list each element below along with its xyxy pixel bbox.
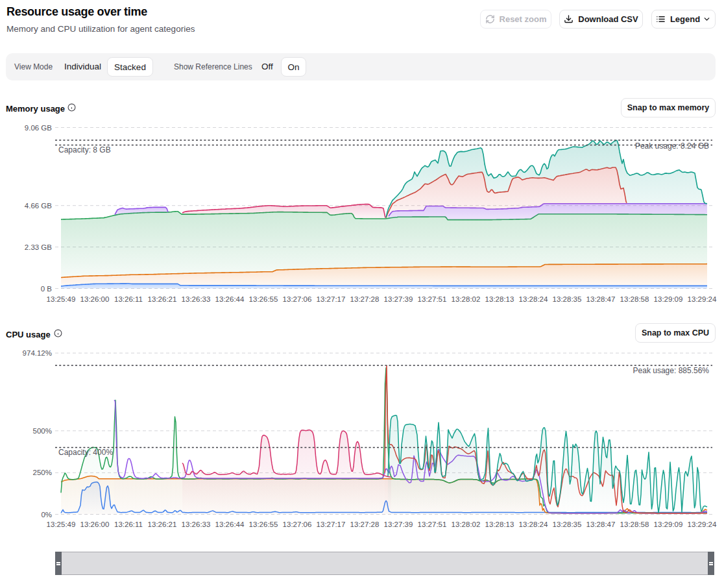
- svg-text:13:27:17: 13:27:17: [317, 521, 346, 528]
- svg-text:Capacity: 400%: Capacity: 400%: [58, 448, 113, 457]
- svg-text:13:26:00: 13:26:00: [80, 521, 110, 528]
- svg-text:13:26:33: 13:26:33: [182, 295, 211, 303]
- svg-text:13:25:49: 13:25:49: [47, 521, 76, 528]
- svg-text:13:26:00: 13:26:00: [80, 295, 110, 303]
- svg-text:13:27:39: 13:27:39: [384, 295, 413, 303]
- svg-text:13:27:51: 13:27:51: [418, 521, 447, 528]
- svg-text:13:27:06: 13:27:06: [283, 521, 312, 528]
- svg-text:13:27:39: 13:27:39: [384, 521, 413, 528]
- svg-text:13:28:24: 13:28:24: [519, 295, 548, 303]
- svg-text:13:28:02: 13:28:02: [452, 295, 481, 303]
- svg-text:13:28:24: 13:28:24: [519, 521, 548, 528]
- svg-text:13:28:02: 13:28:02: [452, 521, 481, 528]
- svg-text:13:28:13: 13:28:13: [485, 521, 514, 528]
- svg-text:0 B: 0 B: [41, 285, 53, 293]
- svg-text:13:28:47: 13:28:47: [586, 295, 616, 303]
- svg-text:13:27:51: 13:27:51: [418, 295, 447, 303]
- svg-text:13:29:09: 13:29:09: [654, 521, 683, 528]
- svg-text:13:26:33: 13:26:33: [182, 521, 211, 528]
- svg-text:13:27:17: 13:27:17: [317, 295, 346, 303]
- svg-text:13:26:11: 13:26:11: [114, 521, 143, 528]
- svg-text:13:26:21: 13:26:21: [148, 521, 177, 528]
- svg-text:13:26:11: 13:26:11: [114, 295, 143, 303]
- svg-text:13:25:49: 13:25:49: [47, 295, 76, 303]
- svg-text:13:29:24: 13:29:24: [688, 521, 717, 528]
- svg-text:Peak usage: 8.24 GB: Peak usage: 8.24 GB: [635, 141, 709, 151]
- svg-text:13:28:58: 13:28:58: [620, 521, 649, 528]
- svg-text:500%: 500%: [33, 427, 52, 435]
- svg-text:13:28:35: 13:28:35: [553, 295, 582, 303]
- svg-text:13:26:55: 13:26:55: [249, 295, 278, 303]
- svg-text:13:28:58: 13:28:58: [620, 295, 649, 303]
- svg-text:4.66 GB: 4.66 GB: [25, 202, 53, 210]
- svg-text:13:27:28: 13:27:28: [350, 521, 380, 528]
- svg-text:13:27:28: 13:27:28: [350, 295, 380, 303]
- svg-text:13:28:35: 13:28:35: [553, 521, 582, 528]
- svg-text:13:26:21: 13:26:21: [148, 295, 177, 303]
- svg-text:Capacity: 8 GB: Capacity: 8 GB: [58, 145, 111, 154]
- svg-text:250%: 250%: [33, 469, 52, 476]
- svg-text:13:26:44: 13:26:44: [215, 295, 245, 303]
- svg-text:9.06 GB: 9.06 GB: [25, 124, 53, 132]
- svg-text:13:28:47: 13:28:47: [586, 521, 616, 528]
- svg-text:2.33 GB: 2.33 GB: [25, 243, 53, 251]
- svg-text:13:26:44: 13:26:44: [215, 521, 245, 528]
- svg-text:0%: 0%: [41, 511, 52, 519]
- svg-text:13:29:24: 13:29:24: [688, 295, 717, 303]
- svg-text:13:29:09: 13:29:09: [654, 295, 683, 303]
- svg-text:13:27:06: 13:27:06: [283, 295, 312, 303]
- svg-text:974.12%: 974.12%: [23, 349, 52, 357]
- svg-text:Peak usage: 885.56%: Peak usage: 885.56%: [633, 366, 710, 375]
- svg-text:13:28:13: 13:28:13: [485, 295, 514, 303]
- svg-text:13:26:55: 13:26:55: [249, 521, 278, 528]
